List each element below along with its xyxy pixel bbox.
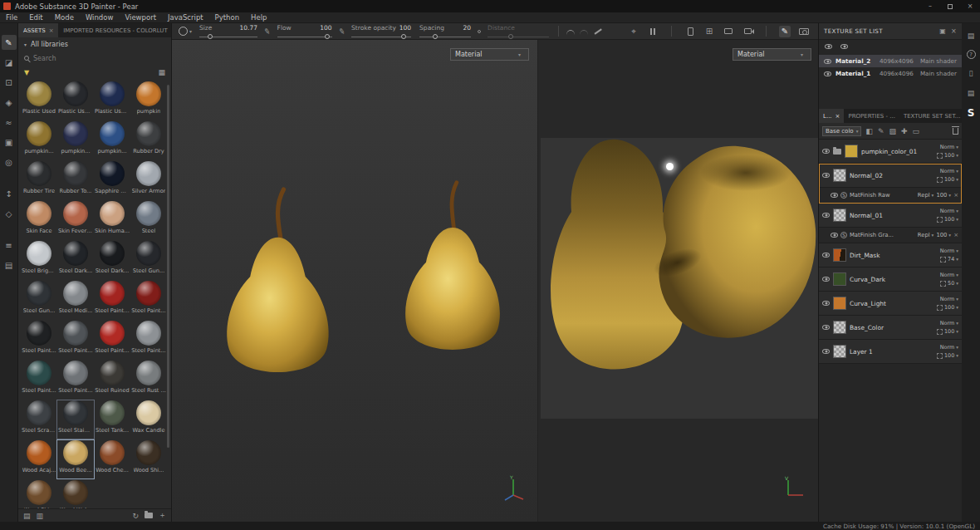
tablet-mode-icon[interactable] — [684, 26, 696, 37]
visibility-eye-icon[interactable] — [822, 213, 830, 218]
display-icon[interactable] — [723, 26, 734, 37]
material-plastic-used[interactable]: Plastic Used — [21, 81, 57, 120]
material-steel-brigh[interactable]: Steel Brigh... — [21, 241, 57, 279]
pen-pressure-icon[interactable]: ✎ — [263, 27, 271, 36]
visibility-all-eye-icon[interactable] — [840, 44, 848, 49]
opacity-dropdown[interactable]: 100▾ — [937, 328, 958, 335]
material-steel-gun[interactable]: Steel Gun... — [130, 241, 167, 279]
shelf-tool-icon[interactable]: ▤ — [2, 258, 17, 272]
material-steel-dark[interactable]: Steel Dark... — [94, 241, 130, 279]
stroke-opacity-slider-knob[interactable] — [401, 34, 406, 39]
distance-slider[interactable]: Distance — [488, 24, 549, 39]
record-icon[interactable] — [742, 26, 753, 37]
falloff-curve-alt-icon[interactable] — [580, 30, 588, 35]
menu-mode[interactable]: Mode — [49, 13, 80, 22]
material-wood-bee[interactable]: Wood Bee... — [57, 440, 94, 478]
layer-curva-dark[interactable]: Curva_DarkNorm▾50▾ — [819, 267, 962, 292]
visibility-eye-icon[interactable] — [822, 173, 830, 178]
assets-scrollbar[interactable] — [167, 83, 170, 505]
menu-window[interactable]: Window — [80, 13, 120, 22]
blend-mode-dropdown[interactable]: Norm▾ — [940, 144, 958, 150]
material-plastic-use[interactable]: Plastic Use... — [94, 81, 130, 120]
material-steel-rust[interactable]: Steel Rust ... — [130, 361, 167, 399]
substance-logo[interactable]: S — [965, 107, 977, 119]
material-wood-shi[interactable]: Wood Shi... — [130, 440, 167, 478]
material-rubber-dry[interactable]: Rubber Dry — [130, 121, 167, 159]
size-slider[interactable]: Size10.77 — [199, 24, 257, 39]
material-steel-ruined[interactable]: Steel Ruined — [94, 361, 130, 399]
geometry-tool-icon[interactable]: ◇ — [2, 206, 17, 221]
folder-icon[interactable] — [145, 513, 153, 518]
material-skin-feverish[interactable]: Skin Feverish — [57, 201, 94, 239]
menu-viewport[interactable]: Viewport — [119, 13, 162, 22]
add-folder-icon[interactable]: ▭ — [913, 127, 920, 135]
material-steel-medi[interactable]: Steel Medi... — [57, 281, 94, 319]
polygon-fill-tool-icon[interactable]: ◈ — [2, 95, 17, 110]
distance-toggle-icon[interactable] — [478, 30, 481, 33]
clone-tool-icon[interactable]: ▣ — [2, 135, 17, 150]
material-skin-face[interactable]: Skin Face — [21, 201, 57, 239]
material-pumpkin[interactable]: pumpkin... — [94, 121, 130, 159]
brush-preview-icon[interactable] — [179, 27, 188, 36]
opacity-dropdown[interactable]: 100▾ — [937, 216, 958, 223]
layer-normal-02[interactable]: Normal_02Norm▾100▾ — [819, 164, 962, 188]
detail-view-icon[interactable]: ▥ — [37, 512, 44, 520]
opacity-dropdown[interactable]: 100▾ — [937, 352, 958, 359]
material-steel-dark[interactable]: Steel Dark... — [57, 241, 94, 279]
add-smart-material-icon[interactable]: ✚ — [901, 127, 908, 135]
visibility-eye-icon[interactable] — [831, 233, 838, 238]
tab-texture-set-set[interactable]: TEXTURE SET SET... — [899, 109, 962, 123]
tab-properties[interactable]: PROPERTIES - ... — [844, 109, 899, 123]
stroke-opacity-slider[interactable]: Stroke opacity100 — [351, 24, 411, 39]
brush-dropdown-icon[interactable]: ▾ — [189, 28, 192, 34]
viewport-3d[interactable]: Material ▾ Y — [172, 40, 537, 522]
dock-panel-icon[interactable]: ▣ — [939, 27, 946, 35]
opacity-dropdown[interactable]: 50▾ — [940, 280, 958, 287]
add-fill-icon[interactable]: ▨ — [889, 127, 896, 135]
tab-imported-resources[interactable]: IMPORTED RESOURCES - COLORLUT — [58, 23, 171, 37]
material-skin-huma[interactable]: Skin Huma... — [94, 201, 130, 239]
visibility-eye-icon[interactable] — [822, 277, 830, 282]
opacity-dropdown[interactable]: 100▾ — [937, 176, 958, 183]
visibility-eye-icon[interactable] — [822, 253, 830, 258]
layer-layer-1[interactable]: Layer 1Norm▾100▾ — [819, 340, 962, 364]
material-steel-paint[interactable]: Steel Paint... — [94, 321, 130, 359]
material-steel-paint[interactable]: Steel Paint... — [21, 321, 57, 359]
visibility-eye-icon[interactable] — [825, 44, 832, 49]
material-steel-paint[interactable]: Steel Paint... — [130, 321, 167, 359]
blend-mode-dropdown[interactable]: Repl▾ — [918, 232, 934, 238]
material-steel-scrat[interactable]: Steel Scrat... — [21, 400, 57, 439]
visibility-eye-icon[interactable] — [831, 193, 838, 198]
visibility-eye-icon[interactable] — [822, 301, 830, 306]
material-wax-candle[interactable]: Wax Candle — [130, 400, 167, 439]
opacity-dropdown[interactable]: 100▾ — [937, 152, 958, 159]
material-sapphire-c[interactable]: Sapphire C... — [94, 161, 130, 199]
material-steel-gun[interactable]: Steel Gun... — [21, 281, 57, 319]
opacity-dropdown[interactable]: 100▾ — [936, 192, 951, 199]
symmetry-icon[interactable]: ⊞ — [703, 26, 715, 37]
blend-mode-dropdown[interactable]: Norm▾ — [940, 296, 958, 302]
material-pumpkin[interactable]: pumpkin... — [57, 121, 94, 159]
layer-dirt-mask[interactable]: Dirt_MaskNorm▾74▾ — [819, 243, 962, 267]
shading-mode-dropdown-2d[interactable]: Material ▾ — [733, 48, 811, 61]
texture-set-material-2[interactable]: Material_24096x4096Main shader — [819, 55, 962, 67]
list-icon[interactable]: ▤ — [965, 87, 977, 99]
spacing-slider[interactable]: Spacing20 — [419, 24, 471, 39]
material-wood-wal[interactable]: Wood Wal... — [57, 480, 94, 508]
blend-mode-dropdown[interactable]: Norm▾ — [940, 320, 958, 326]
snap-icon[interactable]: ⌖ — [628, 26, 639, 37]
material-picker-tool-icon[interactable]: ◎ — [2, 155, 17, 169]
blend-mode-dropdown[interactable]: Norm▾ — [940, 344, 958, 351]
list-view-icon[interactable]: ▤ — [23, 512, 31, 520]
material-wood-che[interactable]: Wood Che... — [94, 440, 130, 478]
menu-file[interactable]: File — [0, 13, 23, 22]
material-wood-acaj[interactable]: Wood Acaj... — [21, 440, 57, 478]
pen-pressure-icon[interactable]: ✎ — [338, 27, 345, 36]
eraser-tool-icon[interactable]: ◪ — [2, 55, 17, 70]
layer-curva-light[interactable]: Curva_LightNorm▾100▾ — [819, 292, 962, 316]
sublayer-matfinish-gra[interactable]: SMatFinish Gra...Repl▾100▾× — [819, 228, 962, 243]
texture-set-material-1[interactable]: Material_14096x4096Main shader — [819, 67, 962, 80]
close-panel-icon[interactable]: × — [951, 27, 957, 35]
material-steel-painted[interactable]: Steel Painted — [94, 281, 130, 319]
material-plastic-use[interactable]: Plastic Use... — [57, 81, 94, 120]
